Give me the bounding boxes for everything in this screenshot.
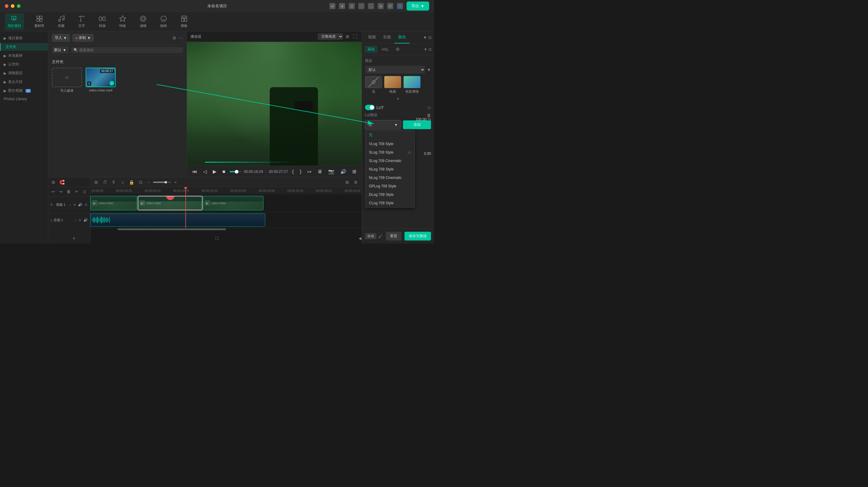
lut-option-nlog[interactable]: NLog 709 Style	[365, 165, 414, 173]
record-button[interactable]: ● 录制 ▼	[72, 34, 94, 42]
settings-button[interactable]: ⚙	[352, 179, 359, 185]
audio-copy-button[interactable]: ⊕	[78, 218, 82, 222]
minus-zoom-button[interactable]: −	[146, 179, 151, 185]
toolbar-template[interactable]: 模板	[178, 13, 191, 30]
redo-button[interactable]: ↪	[58, 188, 64, 195]
split-view-button[interactable]: ⊞	[345, 33, 350, 40]
video-mute-button[interactable]: 🔊	[78, 202, 83, 207]
lut-option-nlog-cinematic[interactable]: NLog 709 Cinematic	[365, 173, 414, 182]
audio-button[interactable]: 🔊	[338, 168, 348, 175]
audio-add-button[interactable]: +	[74, 218, 77, 222]
snapshot-button[interactable]: 📷	[327, 168, 336, 175]
delete-button[interactable]: 🗑	[65, 188, 72, 195]
toolbar-transition[interactable]: 转场	[96, 13, 109, 30]
video-clip[interactable]: ▶ video-miao ✂	[138, 196, 203, 210]
search-input[interactable]	[79, 48, 181, 52]
add-lut-button[interactable]: 添加	[403, 120, 431, 129]
lut-option-gplog[interactable]: GPLog 709 Style	[365, 182, 414, 191]
audio-clip[interactable]	[90, 213, 265, 227]
grid-icon[interactable]: ⊞	[378, 3, 384, 9]
magnetic-button[interactable]: 🧲	[58, 179, 66, 185]
mark-out-button[interactable]: }	[298, 168, 303, 175]
lut-toggle-switch[interactable]	[365, 105, 375, 110]
export-button[interactable]: 导出 ▼	[407, 1, 429, 10]
progress-slider[interactable]	[230, 171, 241, 172]
sub-tab-hsl[interactable]: HSL	[379, 46, 392, 53]
curve-expand-button[interactable]: ⊡	[429, 47, 432, 52]
sidebar-item-folder[interactable]: 文件夹	[0, 43, 48, 51]
list-item[interactable]: + 导入媒体	[52, 67, 82, 93]
frame-back-button[interactable]: ◁	[201, 168, 209, 175]
reset-button[interactable]: 重置	[386, 232, 401, 240]
lut-option-dlog[interactable]: DLog 709 Style	[365, 191, 414, 199]
step-back-button[interactable]: ⏮	[190, 168, 199, 175]
fullscreen-button[interactable]: ⛶	[352, 33, 358, 40]
sidebar-item-project-media[interactable]: ▶ 项目素材	[0, 34, 48, 42]
list-item[interactable]: 00:00:27 ⬇ ✓ video-miao.mp4	[86, 67, 116, 93]
eyedropper-button[interactable]: 🖊	[378, 234, 382, 239]
sidebar-item-cloud[interactable]: ▶ 云空间	[0, 60, 48, 69]
toolbar-filter[interactable]: 滤镜	[136, 13, 150, 30]
lut-toggle[interactable]: LUT	[365, 105, 384, 110]
monitor-icon[interactable]: 🖥	[339, 3, 345, 9]
video-add-button[interactable]: +	[69, 202, 72, 207]
layout-button[interactable]: ⊞	[344, 179, 350, 185]
insert-button[interactable]: ↦	[306, 168, 313, 175]
toolbar-text[interactable]: 文字	[75, 13, 88, 30]
cloud-upload-icon[interactable]: ↑	[358, 3, 364, 9]
undo-button[interactable]: ↩	[50, 188, 57, 195]
sidebar-item-adjustment[interactable]: ▶ 调整图层	[0, 69, 48, 78]
toolbar-effect[interactable]: 特效	[116, 13, 129, 30]
monitor-button[interactable]: 🖥	[315, 168, 324, 175]
toolbar-audio[interactable]: 音频	[55, 13, 68, 30]
minimize-button[interactable]	[11, 4, 14, 8]
lut-keyframe-button[interactable]: ◇	[428, 105, 431, 110]
lut-select-display[interactable]: 无 ▼	[365, 120, 401, 130]
toolbar-sticker[interactable]: 贴纸	[157, 13, 170, 30]
maximize-button[interactable]	[17, 4, 21, 8]
preset-select[interactable]: 默认	[365, 66, 425, 74]
preset-none[interactable]: ⊘ 无	[365, 76, 382, 94]
tab-video[interactable]: 视频	[364, 31, 379, 44]
sidebar-item-ai-video[interactable]: ▶ 图生视频 AI	[0, 86, 48, 95]
sidebar-item-composite[interactable]: ▶ 复合片段	[0, 78, 48, 86]
default-filter-select[interactable]: 默认 ▼	[52, 47, 69, 53]
quality-select[interactable]: 完整画质	[318, 33, 343, 40]
stop-button[interactable]: ■	[221, 168, 227, 175]
cart-icon[interactable]: 🛒	[387, 3, 393, 9]
video-clip[interactable]: ▶ video-miao	[90, 196, 137, 210]
preset-tv[interactable]: 电视	[384, 76, 401, 94]
auto-button[interactable]: 自动	[365, 233, 376, 239]
zoom-slider[interactable]	[153, 182, 171, 183]
more-options-button[interactable]: ⋯	[179, 36, 183, 40]
trim-button[interactable]: ⊐	[81, 188, 87, 195]
track-protect-button[interactable]: 🔒	[127, 179, 135, 185]
split-clips-button[interactable]: ⊞	[50, 179, 57, 185]
lut-option-vlog[interactable]: VLog 709 Style	[365, 140, 414, 148]
mark-in-button[interactable]: {	[290, 168, 296, 175]
lut-option-none[interactable]: 无	[365, 130, 414, 140]
preset-chevron-button[interactable]: ▼	[427, 67, 431, 72]
lut-delete-button[interactable]: 🗑	[427, 113, 431, 118]
headphone-icon[interactable]: 🎧	[368, 3, 374, 9]
import-button[interactable]: 导入 ▼	[52, 34, 70, 42]
music-button[interactable]: ♫	[119, 179, 126, 185]
play-pause-button[interactable]: ▶	[211, 168, 218, 175]
preset-vivid[interactable]: 色彩增强	[404, 76, 421, 94]
panel-expand-button[interactable]: ⊡	[428, 35, 432, 40]
video-clip[interactable]: ▶ video-miao	[203, 196, 264, 210]
zoom-button[interactable]: ⊞	[350, 168, 358, 175]
user-icon[interactable]: 👤	[397, 3, 403, 9]
audio-mute-button[interactable]: 🔊	[83, 218, 88, 222]
video-visibility-button[interactable]: 👁	[84, 202, 88, 207]
sidebar-item-photos[interactable]: Photos Library	[0, 95, 48, 103]
filter-button[interactable]: ⚙	[173, 36, 176, 40]
lut-option-slog-cinematic[interactable]: SLog 709 Cinematic	[365, 156, 414, 165]
toolbar-media-lib[interactable]: 素材库	[31, 13, 47, 30]
lut-option-slog[interactable]: SLog 709 Style ◇	[365, 148, 414, 156]
layers-icon[interactable]: ⊡	[349, 3, 355, 9]
curve-select-button[interactable]: ▼	[424, 47, 427, 52]
cut-button[interactable]: ✂	[73, 188, 80, 195]
video-copy-button[interactable]: ⊕	[73, 202, 76, 207]
close-button[interactable]	[5, 4, 8, 8]
